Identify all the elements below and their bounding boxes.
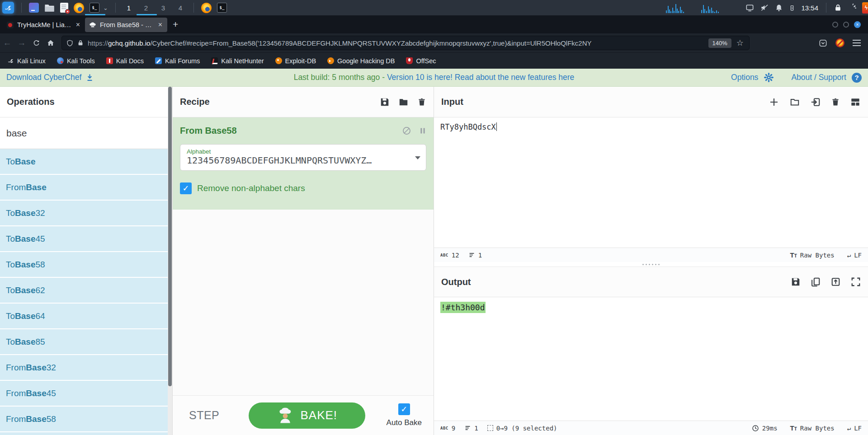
terminal-launcher-icon[interactable]: $_ <box>90 3 99 13</box>
bookmark-kali-docs[interactable]: Kali Docs <box>106 57 144 65</box>
clear-input-trash-icon[interactable] <box>831 97 840 107</box>
bookmark-google-hacking-db[interactable]: Google Hacking DB <box>327 57 395 65</box>
scrollbar-thumb[interactable] <box>168 87 172 386</box>
clear-recipe-trash-icon[interactable] <box>417 97 426 107</box>
bookmark-offsec[interactable]: OffSec <box>406 57 436 65</box>
page-zoom-badge[interactable]: 140% <box>708 38 731 48</box>
workspace-1[interactable]: 1 <box>123 4 135 12</box>
open-input-icon[interactable] <box>810 97 821 107</box>
url-text[interactable]: https://gchq.github.io/CyberChef/#recipe… <box>88 39 592 47</box>
op-item-from-base62[interactable]: From Base62 <box>0 432 172 435</box>
breakpoint-pause-icon[interactable] <box>419 126 426 135</box>
terminal-window-button[interactable]: $_ <box>217 3 227 13</box>
workspace-3[interactable]: 3 <box>157 4 169 12</box>
operations-search-input[interactable] <box>0 128 149 139</box>
op-item-from-base58[interactable]: From Base58 <box>0 407 172 431</box>
save-recipe-icon[interactable] <box>380 97 390 107</box>
pocket-save-icon[interactable] <box>819 39 827 47</box>
op-item-from-base32[interactable]: From Base32 <box>0 355 172 380</box>
forward-button[interactable]: → <box>14 38 29 48</box>
add-input-tab-icon[interactable] <box>769 97 779 108</box>
lock-screen-icon[interactable] <box>834 4 842 12</box>
op-item-to-base58[interactable]: To Base58 <box>0 252 172 277</box>
op-item-to-base32[interactable]: To Base32 <box>0 201 172 225</box>
op-item-to-base62[interactable]: To Base62 <box>0 278 172 303</box>
bake-button[interactable]: BAKE! <box>249 402 365 429</box>
tab-close-icon[interactable]: × <box>75 21 81 29</box>
output-eol[interactable]: LF <box>854 425 862 432</box>
io-splitter-handle[interactable] <box>434 262 868 267</box>
firefox-window-button[interactable] <box>201 3 212 13</box>
download-cyberchef-link[interactable]: Download CyberChef <box>6 73 94 82</box>
op-item-to-base[interactable]: To Base <box>0 149 172 174</box>
tab-cyberchef[interactable]: From Base58 - CyberChef × <box>85 18 167 32</box>
chevron-down-icon[interactable]: ⌄ <box>103 5 108 11</box>
save-output-icon[interactable] <box>791 277 801 287</box>
options-link[interactable]: Options <box>731 73 758 82</box>
new-tab-button[interactable]: + <box>173 19 178 30</box>
remove-non-alphabet-checkbox[interactable]: ✓ <box>180 182 192 194</box>
input-textarea[interactable]: RTy8yhBQdscX <box>434 117 868 248</box>
text-editor-launcher-icon[interactable] <box>60 3 68 13</box>
taskbar-clock[interactable]: 13:54 <box>801 4 818 12</box>
gear-icon[interactable] <box>764 72 774 83</box>
op-item-from-base45[interactable]: From Base45 <box>0 381 172 406</box>
workspace-4[interactable]: 4 <box>175 4 186 12</box>
app-menu-icon[interactable] <box>853 40 861 46</box>
help-icon[interactable]: ? <box>852 73 862 83</box>
maximize-output-icon[interactable] <box>851 277 861 287</box>
workspace-app-launcher-icon[interactable] <box>29 3 39 13</box>
window-close-button[interactable]: × <box>854 21 861 28</box>
io-layout-icon[interactable] <box>850 97 861 107</box>
auto-bake-checkbox[interactable]: ✓ <box>398 403 410 415</box>
alphabet-field[interactable]: Alphabet 123456789ABCDEFGHJKLMNPQRSTUVWX… <box>180 144 426 171</box>
url-bar[interactable]: https://gchq.github.io/CyberChef/#recipe… <box>61 36 750 50</box>
firefox-launcher-icon[interactable] <box>74 3 84 13</box>
battery-icon[interactable] <box>789 3 795 13</box>
reload-button[interactable] <box>29 39 43 47</box>
op-item-to-base64[interactable]: To Base64 <box>0 304 172 328</box>
open-file-folder-icon[interactable] <box>789 97 800 107</box>
bookmark-star-icon[interactable]: ☆ <box>736 38 744 48</box>
home-button[interactable] <box>43 39 58 47</box>
back-button[interactable]: ← <box>0 38 14 48</box>
alphabet-value[interactable]: 123456789ABCDEFGHJKLMNPQRSTUVWXYZ… <box>187 155 410 166</box>
screenshot-tool-icon[interactable] <box>745 4 754 12</box>
audio-muted-icon[interactable] <box>760 3 769 12</box>
alphabet-dropdown-caret[interactable] <box>415 156 420 159</box>
notification-bell-icon[interactable] <box>775 4 783 12</box>
bookmark-kali-linux[interactable]: Kali Linux <box>7 57 46 65</box>
tracking-shield-icon[interactable] <box>66 39 73 47</box>
bookmark-kali-nethunter[interactable]: Kali NetHunter <box>211 57 264 65</box>
character-encoding-icon[interactable]: TT <box>790 251 797 259</box>
https-lock-icon[interactable] <box>77 39 84 47</box>
kali-menu-button[interactable] <box>2 2 14 14</box>
load-recipe-folder-icon[interactable] <box>398 97 409 107</box>
op-item-from-base[interactable]: From Base <box>0 175 172 200</box>
power-manager-icon[interactable]: ϟ <box>862 2 868 14</box>
bookmark-exploit-db[interactable]: Exploit-DB <box>275 57 316 65</box>
version-10-link[interactable]: Version 10 is here! Read about the new f… <box>387 73 574 82</box>
op-item-to-base85[interactable]: To Base85 <box>0 329 172 354</box>
file-manager-launcher-icon[interactable] <box>44 3 55 12</box>
disable-operation-icon[interactable] <box>402 126 411 136</box>
output-textarea[interactable]: !#th3h00d <box>434 297 868 421</box>
recipe-operation-from-base58[interactable]: From Base58 Alphabet 123456789ABCDEFGHJK… <box>173 117 434 210</box>
about-support-link[interactable]: About / Support <box>791 73 846 82</box>
logout-icon[interactable] <box>848 4 856 12</box>
copy-output-icon[interactable] <box>811 277 821 287</box>
output-encoding[interactable]: Raw Bytes <box>800 425 835 432</box>
tab-tryhackme[interactable]: TryHackMe | Lian_Yu × <box>3 18 85 32</box>
workspace-2[interactable]: 2 <box>140 4 152 12</box>
character-encoding-icon[interactable]: TT <box>790 424 797 432</box>
bookmark-kali-forums[interactable]: Kali Forums <box>155 57 200 65</box>
operations-scrollbar[interactable] <box>168 87 172 435</box>
window-minimize-button[interactable] <box>832 22 838 28</box>
input-eol[interactable]: LF <box>854 252 862 259</box>
op-item-to-base45[interactable]: To Base45 <box>0 226 172 251</box>
bookmark-kali-tools[interactable]: Kali Tools <box>57 57 95 65</box>
replace-input-with-output-icon[interactable] <box>830 277 841 287</box>
tab-close-icon[interactable]: × <box>157 21 163 29</box>
window-maximize-button[interactable] <box>843 22 849 28</box>
step-button[interactable]: STEP <box>189 409 219 422</box>
